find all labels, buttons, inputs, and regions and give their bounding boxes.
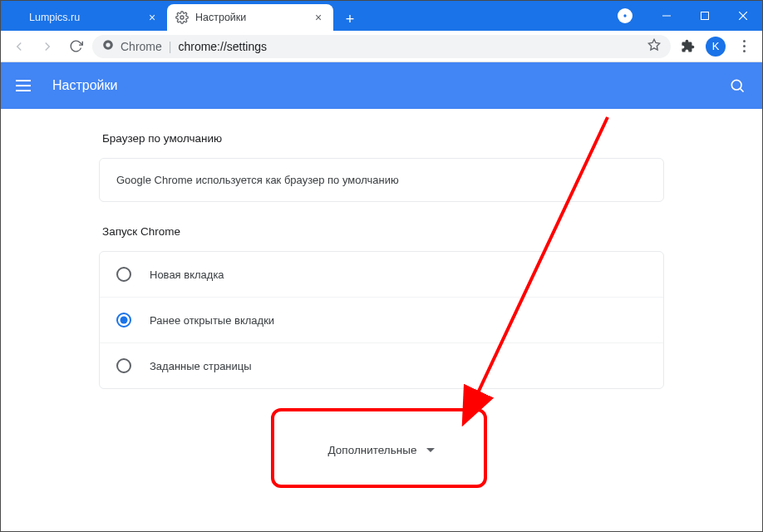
profile-avatar: K — [706, 37, 726, 57]
minimize-button[interactable] — [647, 1, 686, 31]
chrome-logo-icon — [102, 39, 114, 53]
tabs-area: Lumpics.ru × Настройки × + — [1, 1, 603, 31]
tab-close-icon[interactable]: × — [312, 11, 325, 24]
settings-favicon-icon — [175, 11, 189, 24]
maximize-button[interactable] — [686, 1, 724, 31]
tab-title: Настройки — [195, 12, 307, 23]
browser-toolbar: Chrome | chrome://settings K — [1, 31, 762, 62]
section-title-startup: Запуск Chrome — [102, 225, 664, 238]
search-button[interactable] — [727, 76, 747, 96]
tab-close-icon[interactable]: × — [145, 11, 159, 24]
default-browser-status: Google Chrome используется как браузер п… — [100, 159, 663, 201]
option-label: Ранее открытые вкладки — [150, 314, 274, 327]
settings-header: Настройки — [1, 62, 762, 109]
chrome-menu-button[interactable] — [732, 35, 756, 58]
lumpics-favicon-icon — [9, 11, 22, 24]
advanced-section: Дополнительные — [99, 412, 664, 488]
page-title: Настройки — [52, 78, 117, 93]
radio-checked-icon — [116, 313, 131, 328]
svg-marker-9 — [648, 39, 659, 50]
svg-point-8 — [106, 42, 110, 47]
bookmark-star-icon[interactable] — [647, 38, 661, 54]
svg-point-10 — [731, 80, 741, 90]
profile-button[interactable]: K — [704, 35, 727, 58]
kebab-menu-icon — [743, 40, 746, 52]
advanced-label: Дополнительные — [328, 444, 417, 456]
url-divider: | — [169, 40, 172, 53]
forward-button[interactable] — [36, 35, 59, 58]
option-label: Заданные страницы — [150, 360, 252, 372]
user-indicator-icon[interactable] — [618, 8, 633, 23]
radio-icon — [116, 267, 131, 282]
address-bar[interactable]: Chrome | chrome://settings — [92, 35, 671, 58]
reload-button[interactable] — [64, 35, 87, 58]
settings-content[interactable]: Браузер по умолчанию Google Chrome испол… — [1, 109, 762, 531]
svg-rect-4 — [701, 12, 709, 20]
option-label: Новая вкладка — [150, 268, 224, 281]
window-controls — [603, 1, 762, 31]
svg-point-2 — [623, 14, 626, 17]
startup-option-new-tab[interactable]: Новая вкладка — [100, 252, 663, 297]
radio-icon — [116, 358, 131, 373]
tab-title: Lumpics.ru — [29, 12, 140, 23]
tab-settings[interactable]: Настройки × — [167, 4, 333, 31]
menu-hamburger-icon[interactable] — [16, 76, 36, 96]
svg-point-0 — [180, 16, 184, 19]
new-tab-button[interactable]: + — [338, 7, 362, 31]
tab-lumpics[interactable]: Lumpics.ru × — [1, 4, 167, 31]
section-title-default-browser: Браузер по умолчанию — [102, 132, 664, 145]
svg-line-11 — [741, 89, 744, 92]
extensions-icon[interactable] — [676, 35, 699, 58]
startup-card: Новая вкладка Ранее открытые вкладки Зад… — [99, 251, 664, 389]
startup-option-continue[interactable]: Ранее открытые вкладки — [100, 297, 663, 342]
advanced-toggle-button[interactable]: Дополнительные — [317, 437, 447, 463]
back-button[interactable] — [7, 35, 31, 58]
close-window-button[interactable] — [724, 1, 762, 31]
default-browser-card: Google Chrome используется как браузер п… — [99, 158, 664, 202]
window-titlebar: Lumpics.ru × Настройки × + — [1, 1, 762, 31]
chevron-down-icon — [426, 448, 435, 452]
secure-label: Chrome — [121, 40, 162, 53]
url-text: chrome://settings — [178, 40, 267, 53]
startup-option-specific-pages[interactable]: Заданные страницы — [100, 342, 663, 388]
